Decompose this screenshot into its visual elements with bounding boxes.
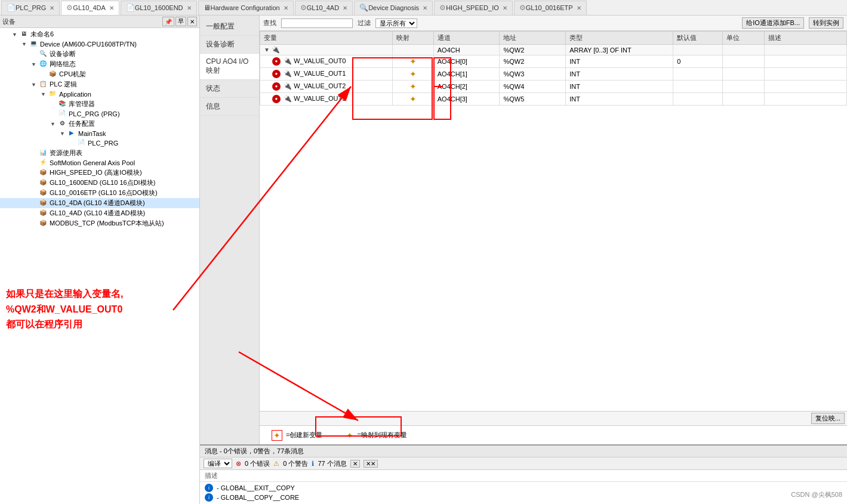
row-unit (723, 81, 764, 93)
tree-item-gl10-4ad[interactable]: 📦 GL10_4AD (GL10 4通道AD模块) (0, 208, 199, 218)
bottom-content: i - GLOBAL__EXIT__COPY i - GLOBAL__COPY_… (200, 482, 847, 504)
bottom-title: 消息 - 0个错误，0警告，77条消息 (205, 447, 304, 456)
tree-item-root[interactable]: ▼ 🖥 未命名6 (0, 29, 199, 39)
watermark: CSDN @尖枫508 (791, 490, 842, 499)
tab-gl10-4ad-close[interactable]: ✕ (343, 5, 347, 11)
tree-item-cpu-rack[interactable]: 📦 CPU机架 (0, 69, 199, 79)
table-row[interactable]: ▼ 🔌 AO4CH %QW2 ARRAY [0..3] OF INT (260, 45, 847, 55)
config-menu-device-diag[interactable]: 设备诊断 (200, 36, 259, 54)
tree-item-modbus-tcp[interactable]: 📦 MODBUS_TCP (ModbusTCP本地从站) (0, 218, 199, 228)
row-channel: AO4CH[3] (433, 93, 500, 106)
col-header-unit: 单位 (723, 32, 764, 45)
add-io-fb-button[interactable]: 给IO通道添加FB... (742, 17, 804, 29)
table-header-row: 变量 映射 通道 地址 类型 默认值 单位 描述 (260, 32, 847, 45)
config-menu-cpu-io[interactable]: CPU AO4 I/O映射 (200, 54, 259, 80)
tree-label-high-speed-io: HIGH_SPEED_IO (高速IO模块) (50, 168, 142, 177)
tab-high-speed-close[interactable]: ✕ (503, 5, 507, 11)
tab-plc-prg-icon: 📄 (7, 4, 16, 12)
desc-label: 描述 (205, 472, 218, 479)
config-menu-info[interactable]: 信息 (200, 98, 259, 116)
filter-select[interactable]: 显示所有仅映射未映射 (375, 18, 417, 28)
row-map[interactable]: ✦ (392, 93, 433, 106)
close-panel-button[interactable]: ✕ (187, 17, 197, 26)
col-header-default: 默认值 (673, 32, 723, 45)
tab-hw-config-close[interactable]: ✕ (284, 5, 288, 11)
compile-filter[interactable]: 编译 (204, 459, 232, 468)
left-panel-header: 设备 📌 早 ✕ (0, 16, 199, 28)
tab-device-diag[interactable]: 🔍 Device Diagnosis ✕ (354, 1, 433, 15)
tree-item-resources[interactable]: 📊 资源使用表 (0, 148, 199, 158)
tree-item-network[interactable]: ▼ 🌐 网络组态 (0, 59, 199, 69)
tab-plc-prg-label: PLC_PRG (16, 4, 46, 11)
row-map[interactable]: ✦ (392, 68, 433, 81)
row-type: INT (566, 68, 673, 81)
tree-label-plc-prg2: PLC_PRG (88, 140, 118, 147)
row-addr: %QW2 (500, 45, 566, 55)
row-type: INT (566, 93, 673, 106)
tab-gl10-1600end[interactable]: 📄 GL10_1600END ✕ (121, 1, 197, 15)
tree-item-gl10-1600end[interactable]: 📦 GL10_1600END (GL10 16点DI模块) (0, 178, 199, 188)
tree-label-softmotion: SoftMotion General Axis Pool (50, 159, 135, 166)
tab-high-speed[interactable]: ⚙ HIGH_SPEED_IO ✕ (434, 1, 513, 15)
reset-map-button[interactable]: 复位映... (811, 413, 845, 424)
row-desc (764, 55, 847, 68)
tree-item-gl10-0016etp[interactable]: 📦 GL10_0016ETP (GL10 16点DO模块) (0, 188, 199, 198)
tree-item-gl10-4da[interactable]: 📦 GL10_4DA (GL10 4通道DA模块) (0, 198, 199, 208)
tree-item-diag[interactable]: 🔍 设备诊断 (0, 49, 199, 59)
tab-gl10-0016etp-close[interactable]: ✕ (577, 5, 581, 11)
tab-device-diag-close[interactable]: ✕ (423, 5, 427, 11)
row-desc (764, 81, 847, 93)
tree-label-gl10-4ad: GL10_4AD (GL10 4通道AD模块) (50, 209, 145, 218)
tab-gl10-1600end-close[interactable]: ✕ (187, 5, 192, 11)
tab-gl10-0016etp-icon: ⚙ (519, 4, 526, 12)
tree-item-device[interactable]: ▼ 💻 Device (AM600-CPU1608TP/TN) (0, 39, 199, 49)
tree-item-high-speed-io[interactable]: 📦 HIGH_SPEED_IO (高速IO模块) (0, 168, 199, 178)
search-input[interactable] (281, 18, 353, 28)
tab-gl10-0016etp[interactable]: ⚙ GL10_0016ETP ✕ (514, 1, 587, 15)
tab-hw-config[interactable]: 🖥 Hardware Configuration ✕ (198, 1, 294, 15)
tab-gl10-4da-close[interactable]: ✕ (109, 5, 114, 11)
content-toolbar: 查找 过滤 显示所有仅映射未映射 给IO通道添加FB... 转到实例 (260, 16, 847, 31)
tree-item-plc-prg2[interactable]: 📄 PLC_PRG (0, 138, 199, 148)
tab-gl10-4da[interactable]: ⚙ GL10_4DA ✕ (61, 1, 119, 15)
tree-item-maintask[interactable]: ▼ ▶ MainTask (0, 129, 199, 138)
config-menu-general[interactable]: 一般配置 (200, 18, 259, 36)
tree-item-app[interactable]: ▼ 📁 Application (0, 89, 199, 99)
tree-item-softmotion[interactable]: ⚡ SoftMotion General Axis Pool (0, 158, 199, 168)
warn-count: 0 个警告 (283, 459, 308, 468)
row-map[interactable]: ✦ (392, 55, 433, 68)
row-unit (723, 55, 764, 68)
table-row[interactable]: ● 🔌 W_VALUE_OUT0 ✦ AO4CH[0] %QW2 INT (260, 55, 847, 68)
pin-button[interactable]: 📌 (162, 17, 174, 26)
map-icon: ✦ (409, 69, 417, 79)
tab-gl10-4ad[interactable]: ⚙ GL10_4AD ✕ (295, 1, 353, 15)
tree-item-lib-mgr[interactable]: 📚 库管理器 (0, 99, 199, 109)
col-header-desc: 描述 (764, 32, 847, 45)
row-map[interactable]: ✦ (392, 81, 433, 93)
tab-device-diag-label: Device Diagnosis (368, 4, 419, 11)
row-unit (723, 93, 764, 106)
row-default: 0 (673, 55, 723, 68)
row-default (673, 93, 723, 106)
annotation-line2: %QW2和W_VALUE_OUT0 (6, 302, 123, 317)
table-row[interactable]: ● 🔌 W_VALUE_OUT2 ✦ AO4CH[2] %QW4 INT (260, 81, 847, 93)
dock-button[interactable]: 早 (175, 17, 186, 26)
error-icon: ⊗ (236, 460, 241, 468)
tab-gl10-4ad-icon: ⚙ (300, 4, 307, 12)
clear-all-button[interactable]: ✕✕ (364, 460, 378, 468)
tab-plc-prg-close[interactable]: ✕ (50, 5, 54, 11)
config-menu-status[interactable]: 状态 (200, 80, 259, 98)
tab-plc-prg[interactable]: 📄 PLC_PRG ✕ (1, 1, 60, 15)
tree-label-modbus-tcp: MODBUS_TCP (ModbusTCP本地从站) (50, 219, 164, 228)
legend-map-existing: ✦ =映射到现有变量 (346, 431, 406, 440)
goto-instance-button[interactable]: 转到实例 (809, 17, 843, 29)
table-row[interactable]: ● 🔌 W_VALUE_OUT1 ✦ AO4CH[1] %QW3 INT (260, 68, 847, 81)
tree-label-plc-prg: PLC_PRG (PRG) (69, 110, 120, 118)
tree-label-resources: 资源使用表 (50, 149, 82, 157)
table-row[interactable]: ● 🔌 W_VALUE_OUT3 ✦ AO4CH[3] %QW5 INT (260, 93, 847, 106)
clear-button[interactable]: ✕ (350, 460, 360, 468)
content-wrap: 一般配置 设备诊断 CPU AO4 I/O映射 状态 信息 查找 过滤 显示所有… (200, 16, 847, 444)
tree-item-plc-prg[interactable]: 📄 PLC_PRG (PRG) (0, 109, 199, 119)
tree-item-plc[interactable]: ▼ 📋 PLC 逻辑 (0, 79, 199, 89)
tree-item-task-cfg[interactable]: ▼ ⚙ 任务配置 (0, 119, 199, 129)
